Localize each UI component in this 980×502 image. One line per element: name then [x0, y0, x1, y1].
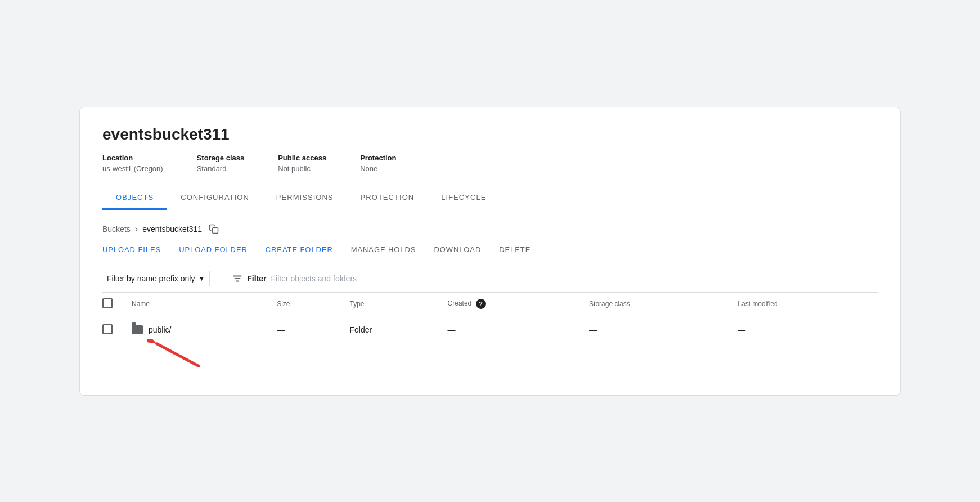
- meta-location: Location us-west1 (Oregon): [102, 154, 163, 173]
- copy-icon[interactable]: [209, 224, 219, 234]
- upload-folder-button[interactable]: UPLOAD FOLDER: [179, 245, 248, 254]
- tab-configuration[interactable]: CONFIGURATION: [167, 186, 263, 210]
- meta-row: Location us-west1 (Oregon) Storage class…: [102, 154, 878, 173]
- row-checkbox[interactable]: [102, 324, 113, 334]
- breadcrumb-current: eventsbucket311: [142, 225, 202, 234]
- breadcrumb-buckets[interactable]: Buckets: [102, 225, 131, 234]
- meta-storage-class-value: Standard: [197, 164, 245, 173]
- actions-row: UPLOAD FILES UPLOAD FOLDER CREATE FOLDER…: [102, 245, 878, 254]
- download-button[interactable]: DOWNLOAD: [434, 245, 481, 254]
- row-name[interactable]: public/: [149, 325, 171, 334]
- meta-public-access-label: Public access: [278, 154, 326, 162]
- svg-rect-0: [213, 227, 218, 233]
- annotation-arrow-area: [102, 339, 878, 373]
- col-checkbox: [102, 293, 125, 316]
- delete-button[interactable]: DELETE: [499, 245, 531, 254]
- tab-objects[interactable]: OBJECTS: [102, 186, 167, 210]
- filter-prefix-label: Filter by name prefix only: [107, 274, 195, 283]
- col-last-modified: Last modified: [731, 293, 878, 316]
- objects-table: Name Size Type Created ? Storage class L…: [102, 293, 878, 344]
- col-storage-class: Storage class: [582, 293, 731, 316]
- meta-storage-class-label: Storage class: [197, 154, 245, 162]
- bucket-title: eventsbucket311: [102, 125, 878, 144]
- main-card: eventsbucket311 Location us-west1 (Orego…: [79, 107, 901, 396]
- col-created: Created ?: [441, 293, 583, 316]
- meta-protection-label: Protection: [360, 154, 396, 162]
- table-header: Name Size Type Created ? Storage class L…: [102, 293, 878, 316]
- col-size: Size: [270, 293, 343, 316]
- filter-input-placeholder[interactable]: Filter objects and folders: [271, 274, 878, 283]
- red-arrow-icon: [147, 339, 204, 370]
- meta-location-value: us-west1 (Oregon): [102, 164, 163, 173]
- select-all-checkbox[interactable]: [102, 298, 113, 308]
- upload-files-button[interactable]: UPLOAD FILES: [102, 245, 161, 254]
- meta-public-access: Public access Not public: [278, 154, 326, 173]
- meta-protection: Protection None: [360, 154, 396, 173]
- meta-location-label: Location: [102, 154, 163, 162]
- meta-protection-value: None: [360, 164, 396, 173]
- svg-line-5: [157, 343, 199, 366]
- created-help-icon[interactable]: ?: [476, 299, 486, 309]
- col-name: Name: [125, 293, 270, 316]
- filter-input-area: Filter Filter objects and folders: [223, 274, 878, 284]
- meta-storage-class: Storage class Standard: [197, 154, 245, 173]
- manage-holds-button[interactable]: MANAGE HOLDS: [351, 245, 416, 254]
- meta-public-access-value: Not public: [278, 164, 326, 173]
- tab-permissions[interactable]: PERMISSIONS: [263, 186, 347, 210]
- filter-row: Filter by name prefix only ▼ Filter Filt…: [102, 265, 878, 293]
- col-type: Type: [343, 293, 441, 316]
- tab-protection[interactable]: PROTECTION: [347, 186, 428, 210]
- tab-lifecycle[interactable]: LIFECYCLE: [428, 186, 500, 210]
- dropdown-arrow-icon: ▼: [198, 275, 205, 283]
- filter-prefix-dropdown[interactable]: Filter by name prefix only ▼: [102, 271, 210, 286]
- create-folder-button[interactable]: CREATE FOLDER: [266, 245, 333, 254]
- breadcrumb-chevron: ›: [135, 224, 138, 234]
- filter-keyword-label: Filter: [247, 274, 266, 283]
- folder-icon: [132, 325, 143, 334]
- breadcrumb: Buckets › eventsbucket311: [102, 224, 878, 234]
- filter-lines-icon: [232, 274, 242, 284]
- tabs-bar: OBJECTS CONFIGURATION PERMISSIONS PROTEC…: [102, 186, 878, 210]
